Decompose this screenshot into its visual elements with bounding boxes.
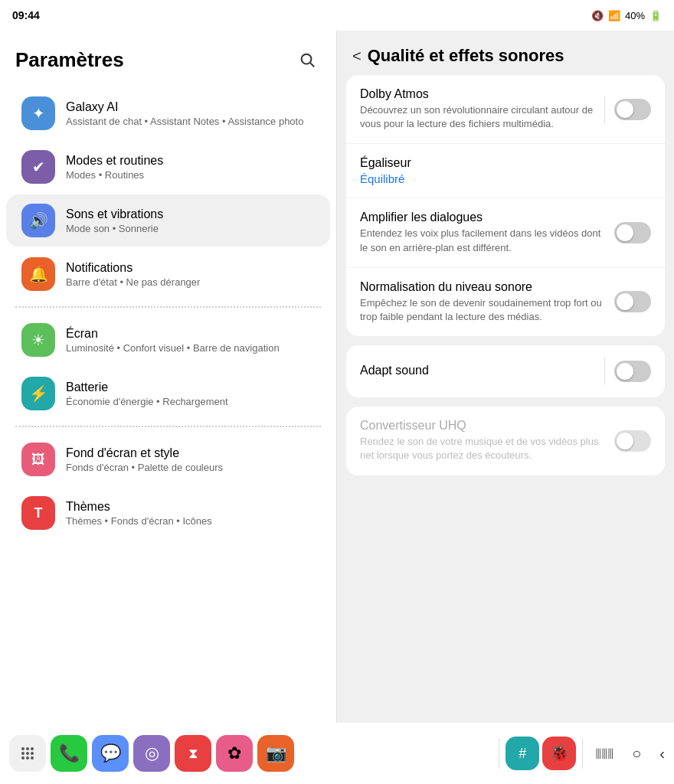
themes-title: Thèmes: [66, 500, 315, 514]
svg-point-2: [21, 747, 25, 750]
svg-point-4: [31, 747, 34, 750]
status-bar: 09:44 🔇 📶 40% 🔋: [0, 0, 674, 31]
galaxy-ai-subtitle: Assistant de chat • Assistant Notes • As…: [66, 116, 315, 127]
nav-klokki-icon[interactable]: ⧗: [175, 735, 211, 772]
dolby-atmos-row[interactable]: Dolby Atmos Découvrez un son révolutionn…: [346, 75, 665, 144]
amplifier-title: Amplifier les dialogues: [360, 211, 605, 224]
nav-system-buttons: ⦀⦀⦀ ○ ‹: [589, 745, 665, 763]
nav-back-button[interactable]: ‹: [659, 745, 665, 763]
nav-recents-button[interactable]: ⦀⦀⦀: [595, 745, 613, 763]
fond-ecran-icon: 🖼: [21, 443, 55, 476]
search-button[interactable]: [293, 46, 321, 74]
svg-point-9: [26, 756, 29, 760]
sidebar-item-sons[interactable]: 🔊 Sons et vibrations Mode son • Sonnerie: [6, 194, 330, 247]
sidebar-item-modes[interactable]: ✔ Modes et routines Modes • Routines: [6, 141, 330, 193]
amplifier-subtitle: Entendez les voix plus facilement dans l…: [360, 227, 605, 254]
svg-point-0: [302, 54, 312, 64]
bottom-nav: 📞 💬 ◎ ⧗ ✿ 📷 # 🐞 ⦀⦀⦀ ○ ‹: [0, 723, 674, 784]
wifi-icon: 📶: [608, 10, 620, 21]
nav-samsungpay-icon[interactable]: ◎: [133, 735, 170, 772]
nav-messages-icon[interactable]: 💬: [92, 735, 129, 772]
adapt-sound-toggle[interactable]: [614, 361, 651, 382]
notifications-subtitle: Barre d'état • Ne pas déranger: [66, 276, 315, 288]
normalisation-toggle[interactable]: [614, 291, 651, 312]
nav-sys-divider: [582, 738, 583, 769]
settings-list: ✦ Galaxy AI Assistant de chat • Assistan…: [0, 83, 336, 544]
nav-bixby-icon[interactable]: ✿: [216, 735, 253, 772]
sidebar-item-galaxy-ai[interactable]: ✦ Galaxy AI Assistant de chat • Assistan…: [6, 87, 330, 139]
egaliseur-row[interactable]: Égaliseur Équilibré: [346, 144, 665, 198]
sidebar-item-themes[interactable]: T Thèmes Thèmes • Fonds d'écran • Icônes: [6, 487, 330, 539]
battery-icon: 🔋: [649, 10, 662, 21]
mute-icon: 🔇: [591, 10, 604, 21]
notifications-icon: 🔔: [21, 257, 55, 291]
divider-2: [15, 426, 321, 427]
sons-title: Sons et vibrations: [66, 207, 315, 221]
nav-ladybug-icon[interactable]: 🐞: [542, 737, 576, 770]
egaliseur-value: Équilibré: [360, 172, 642, 185]
nav-calculator-icon[interactable]: #: [506, 737, 539, 770]
uhq-subtitle: Rendez le son de votre musique et de vos…: [360, 435, 605, 462]
themes-icon: T: [21, 496, 55, 530]
dolby-title: Dolby Atmos: [360, 87, 595, 101]
galaxy-ai-title: Galaxy AI: [66, 100, 315, 114]
sidebar-item-fond-ecran[interactable]: 🖼 Fond d'écran et style Fonds d'écran • …: [6, 433, 330, 485]
adapt-divider: [604, 358, 605, 385]
divider-1: [15, 306, 321, 308]
galaxy-ai-icon: ✦: [21, 96, 55, 130]
left-panel: Paramètres ✦ Galaxy AI Assistant de chat…: [0, 31, 337, 723]
egaliseur-title: Égaliseur: [360, 156, 642, 170]
normalisation-row[interactable]: Normalisation du niveau sonore Empêchez …: [346, 268, 665, 336]
normalisation-title: Normalisation du niveau sonore: [360, 280, 605, 294]
nav-apps: 📞 💬 ◎ ⧗ ✿ 📷: [9, 735, 492, 772]
uhq-title: Convertisseur UHQ: [360, 419, 605, 433]
svg-point-10: [31, 756, 34, 760]
page-title: Paramètres: [15, 48, 124, 72]
notifications-title: Notifications: [66, 261, 315, 275]
dolby-toggle[interactable]: [614, 99, 651, 120]
adapt-sound-title: Adapt sound: [360, 364, 595, 377]
right-panel: < Qualité et effets sonores Dolby Atmos …: [337, 31, 674, 723]
fond-ecran-subtitle: Fonds d'écran • Palette de couleurs: [66, 462, 315, 473]
main-layout: Paramètres ✦ Galaxy AI Assistant de chat…: [0, 31, 674, 723]
fond-ecran-title: Fond d'écran et style: [66, 446, 315, 460]
themes-subtitle: Thèmes • Fonds d'écran • Icônes: [66, 515, 315, 527]
status-time: 09:44: [12, 9, 40, 21]
right-title: Qualité et effets sonores: [368, 46, 564, 66]
svg-point-3: [26, 747, 29, 750]
adapt-sound-row[interactable]: Adapt sound: [346, 345, 665, 397]
nav-app-divider: [499, 738, 499, 769]
svg-point-8: [21, 756, 25, 760]
svg-line-1: [310, 63, 314, 67]
modes-subtitle: Modes • Routines: [66, 169, 315, 181]
nav-camera-icon[interactable]: 📷: [257, 735, 294, 772]
batterie-subtitle: Économie d'énergie • Rechargement: [66, 396, 315, 407]
batterie-icon: ⚡: [21, 377, 55, 410]
modes-title: Modes et routines: [66, 154, 315, 168]
amplifier-row[interactable]: Amplifier les dialogues Entendez les voi…: [346, 198, 665, 267]
nav-phone-icon[interactable]: 📞: [51, 735, 87, 772]
svg-point-6: [26, 752, 29, 755]
svg-point-7: [31, 752, 34, 755]
right-header: < Qualité et effets sonores: [337, 31, 674, 75]
nav-apps-2: # 🐞: [506, 737, 576, 770]
sons-subtitle: Mode son • Sonnerie: [66, 223, 315, 234]
back-button[interactable]: <: [352, 47, 362, 65]
amplifier-toggle[interactable]: [614, 222, 651, 243]
nav-home-button[interactable]: ○: [632, 745, 641, 763]
batterie-title: Batterie: [66, 381, 315, 394]
status-icons: 🔇 📶 40% 🔋: [591, 10, 662, 21]
left-header: Paramètres: [0, 31, 336, 83]
sidebar-item-batterie[interactable]: ⚡ Batterie Économie d'énergie • Recharge…: [6, 368, 330, 420]
normalisation-subtitle: Empêchez le son de devenir soudainement …: [360, 296, 605, 324]
ecran-subtitle: Luminosité • Confort visuel • Barre de n…: [66, 342, 315, 354]
sidebar-item-ecran[interactable]: ☀ Écran Luminosité • Confort visuel • Ba…: [6, 314, 330, 366]
sons-icon: 🔊: [21, 204, 55, 237]
sidebar-item-notifications[interactable]: 🔔 Notifications Barre d'état • Ne pas dé…: [6, 248, 330, 300]
uhq-row: Convertisseur UHQ Rendez le son de votre…: [346, 407, 665, 475]
svg-point-5: [21, 752, 25, 755]
battery-text: 40%: [625, 10, 645, 21]
dolby-divider: [604, 96, 605, 123]
ecran-title: Écran: [66, 327, 315, 341]
nav-grid-button[interactable]: [9, 735, 46, 772]
